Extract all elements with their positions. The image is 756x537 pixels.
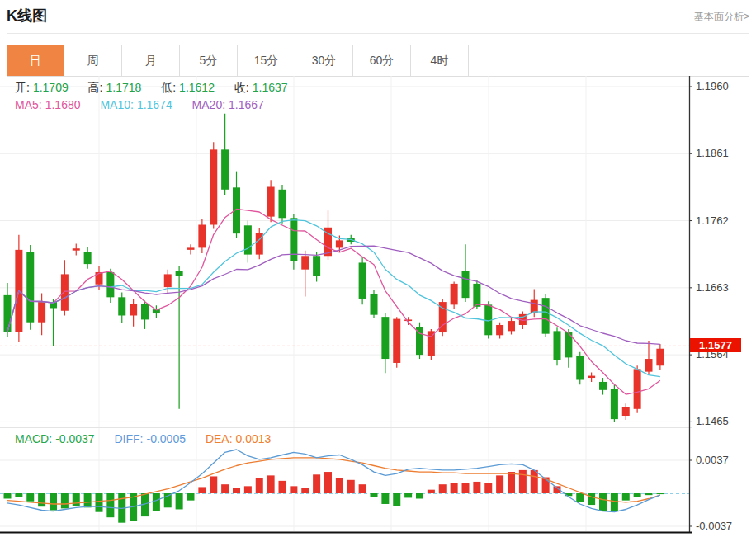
macd-bar [153,493,160,511]
ma5-value: 1.1680 [45,98,81,111]
dea-label: DEA: [206,432,233,445]
candle-body [554,331,561,360]
diff-label: DIFF: [115,432,144,445]
candle-body [38,302,45,323]
macd-bar [393,493,400,506]
candle-body [61,274,69,310]
candle-body [542,298,550,334]
candle-body [359,262,366,299]
bottom-border [0,532,692,534]
ma10-label: MA10: [100,98,133,111]
candle-body [279,190,286,218]
candle-body [221,149,229,189]
candle-body [588,376,595,378]
candle-body [141,304,149,320]
macd-bar [359,484,366,493]
macd-bar [73,493,80,506]
candle-body [301,256,309,269]
macd-bar [96,493,103,512]
price-axis-label: 1.1465 [696,415,754,427]
candle-body [244,225,252,254]
macd-bar [381,493,389,504]
ma5-label: MA5: [15,98,42,111]
candle-body [381,317,389,359]
macd-label: MACD: [15,432,52,445]
macd-bar [244,486,252,493]
macd-bar [84,493,92,507]
macd-bar [4,493,12,498]
macd-bar [439,484,447,493]
macd-bar [279,481,286,493]
ma-legend: MA5:1.1680 MA10:1.1674 MA20:1.1667 [15,98,267,111]
macd-bar [26,493,34,502]
ma10-line [7,220,660,377]
macd-bar [210,476,217,493]
macd-bar [347,480,355,493]
macd-axis-label: -0.0037 [696,520,754,532]
candle-body [198,224,206,247]
price-axis-label: 1.1960 [696,80,754,92]
macd-axis-label: 0.0037 [696,454,754,466]
low-label: 低: [161,81,176,94]
macd-value: -0.0037 [55,432,94,445]
candle-body [428,331,435,356]
close-value: 1.1637 [253,81,288,94]
candle-body [176,271,183,276]
price-axis-label: 1.1861 [696,147,754,159]
macd-bar [221,484,229,493]
macd-bar [588,493,595,505]
macd-bar [290,486,297,493]
macd-bar [198,487,206,493]
macd-bar [324,472,332,493]
candle-body [130,304,137,316]
macd-bar [416,493,423,498]
macd-bar [473,482,480,493]
candle-body [187,247,195,249]
macd-bar [106,493,114,517]
macd-bar [313,474,320,493]
ohlc-legend: 开:1.1709 高:1.1718 低:1.1612 收:1.1637 [15,81,291,96]
low-value: 1.1612 [179,81,215,94]
high-value: 1.1718 [106,81,142,94]
macd-bar [576,493,584,502]
candle-body [267,187,275,217]
candle-body [508,321,515,331]
close-label: 收: [234,81,249,94]
candle-body [4,295,12,332]
candle-body [336,240,343,247]
macd-legend: MACD:-0.0037 DIFF:-0.0005 DEA:0.0013 [15,432,274,445]
candle-body [404,319,412,321]
macd-bar [462,483,470,493]
candle-body [393,319,400,363]
ma5-line [7,209,660,394]
candlestick-chart[interactable] [0,76,692,537]
candle-body [531,300,538,313]
current-price-badge: 1.1577 [690,338,741,352]
candle-body [473,284,480,307]
macd-bar [611,493,618,511]
diff-value: -0.0005 [147,432,186,445]
candle-body [496,325,503,335]
macd-bar [428,490,435,493]
candle-body [656,349,664,366]
macd-bar [484,483,492,493]
macd-bar [531,470,538,493]
macd-bar [622,493,630,501]
macd-bar [519,470,527,493]
candle-body [462,271,470,298]
candle-body [96,272,103,285]
candle-body [106,272,114,297]
high-label: 高: [88,81,103,94]
macd-bar [61,493,69,508]
candle-body [164,274,172,287]
price-axis-label: 1.1762 [696,214,754,227]
dea-value: 0.0013 [236,432,272,445]
macd-bar [496,475,503,493]
open-value: 1.1709 [33,81,69,94]
price-axis-label: 1.1663 [696,281,754,294]
macd-bar [301,488,309,493]
macd-bar [50,493,57,511]
ma10-value: 1.1674 [137,98,172,111]
candle-body [634,369,641,408]
macd-bar [267,475,275,493]
